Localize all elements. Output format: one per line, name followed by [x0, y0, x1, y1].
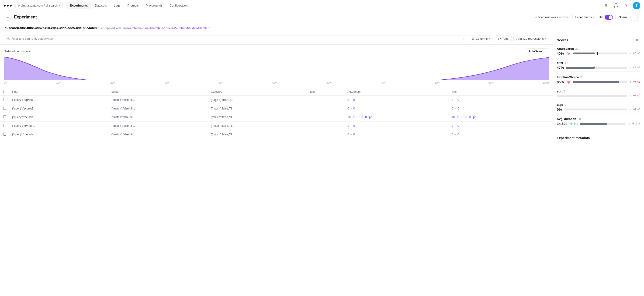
chart-label-60: 60%	[326, 81, 332, 84]
score-divider	[557, 71, 640, 72]
row-checkbox-cell	[0, 113, 9, 122]
scores-settings-button[interactable]: ⚙	[634, 37, 640, 43]
search-input[interactable]	[12, 37, 462, 40]
score-name-row: sort 0	[557, 90, 640, 93]
filter-icon[interactable]: ≡	[628, 122, 630, 125]
score-name-row: AutoSearch 20	[557, 47, 640, 51]
search-box[interactable]: 🔍 ?	[4, 35, 467, 42]
experiment-metadata-title: Experiment metadata	[557, 136, 640, 140]
score-val-row: 47% ≡ ↗2 ↘2	[557, 66, 640, 70]
avg-duration-diff: +9.44s	[570, 122, 578, 125]
avg-duration-item: Avg. duration 20 14.89s +9.44s ≡ ↗5 ↘15	[557, 117, 640, 126]
columns-button[interactable]: ⊞ Columns ▾	[469, 35, 493, 42]
table-row: {"query":"scores[... {"match":false,"fil…	[0, 104, 553, 113]
help-icon-button[interactable]: ?	[622, 2, 630, 9]
compared-experiment-name: ai-search-fine-tune-46ad965d-167c-4a53-b…	[123, 26, 208, 30]
filter-icon[interactable]: ≡	[630, 94, 631, 97]
row-filter[interactable]: 0 → 0	[449, 96, 553, 104]
nav-item-experiments[interactable]: Experiments	[66, 2, 91, 9]
experiments-label: Experiments	[575, 16, 592, 19]
experiment-name-button[interactable]: ai-search-fine-tune-4db2b490-e0e4-4fbb-a…	[5, 26, 99, 30]
up-icon: ↗2	[632, 52, 636, 55]
table-row: {"query":"metada... {"match":false,"fil.…	[0, 130, 553, 139]
score-actions: ≡ ↗0 ↘1	[630, 80, 640, 83]
diff-label: Diff	[599, 16, 603, 19]
row-checkbox-cell	[0, 130, 9, 139]
chevron-down-icon: ▾	[545, 50, 546, 53]
header-checkbox-cell	[0, 88, 9, 96]
chart-metric-select[interactable]: AutoSearch ▾	[526, 48, 549, 54]
score-item-filter: filter 17 47% ≡ ↗2 ↘2	[557, 61, 640, 72]
experiment-name: ai-search-fine-tune-4db2b490-e0e4-4fbb-a…	[5, 26, 96, 30]
score-bar-marker	[622, 81, 622, 83]
row-checkbox[interactable]	[3, 107, 6, 110]
score-bar-container	[557, 95, 627, 97]
tags-button[interactable]: 🏷 Tags	[495, 35, 511, 42]
score-val-row: 0% ≡ ↗0 ↘0	[557, 107, 640, 111]
share-button[interactable]: Share	[615, 14, 630, 20]
avatar[interactable]: T	[633, 2, 640, 9]
chart-label-0: 0%	[4, 81, 8, 84]
back-icon: ←	[6, 16, 9, 19]
table-row: {"query":"id=\"5e... {"match":false,"fil…	[0, 122, 553, 130]
nav-item-configuration[interactable]: Configuration	[166, 2, 191, 9]
row-filter[interactable]: 0 → 0	[449, 104, 553, 113]
row-checkbox[interactable]	[3, 133, 6, 136]
score-bar-container	[564, 109, 627, 110]
row-filter[interactable]: 0 → 0	[449, 130, 553, 139]
branch-hash: e6508ec	[559, 16, 570, 19]
chart-label-40: 40%	[218, 81, 224, 84]
analyze-regressions-button[interactable]: Analyze regressions ▾	[514, 35, 549, 42]
breadcrumb-text: braintrustdata.com / ai-search	[18, 4, 58, 7]
experiments-dropdown-button[interactable]: Experiments ▾	[572, 14, 596, 20]
row-filter[interactable]: 100.0 → 0 -100.0pp	[449, 113, 553, 122]
row-filter[interactable]: 0 → 0	[449, 122, 553, 130]
scores-header: Scores ⚙	[557, 37, 640, 43]
score-name-row: filter 17	[557, 61, 640, 65]
row-checkbox[interactable]	[3, 115, 6, 118]
nav-item-logs[interactable]: Logs	[110, 2, 124, 9]
row-tags	[307, 130, 344, 139]
nav-item-playgrounds[interactable]: Playgrounds	[142, 2, 166, 9]
filter-icon[interactable]: ≡	[630, 66, 631, 69]
row-checkbox[interactable]	[3, 98, 6, 101]
diff-toggle-switch[interactable]	[604, 15, 613, 20]
row-autosearch[interactable]: 0 → 0	[344, 96, 448, 104]
breadcrumb-button[interactable]: braintrustdata.com / ai-search ▾	[16, 3, 63, 9]
score-diff: -5pp	[566, 80, 571, 84]
chart-label-20: 20%	[110, 81, 116, 84]
top-navigation: braintrustdata.com / ai-search ▾ Experim…	[0, 0, 644, 11]
avg-duration-label: Avg. duration	[557, 117, 576, 121]
score-divider	[557, 57, 640, 58]
results-table: input output expected tags AutoSearch fi…	[0, 88, 553, 139]
row-checkbox[interactable]	[3, 124, 6, 127]
compared-with-label: compared with	[101, 26, 121, 30]
row-checkbox-cell	[0, 96, 9, 104]
select-all-checkbox[interactable]	[3, 90, 6, 93]
row-autosearch[interactable]: 0 → 0	[344, 130, 448, 139]
row-autosearch[interactable]: 0 → 0	[344, 104, 448, 113]
nav-item-prompts[interactable]: Prompts	[124, 2, 142, 9]
filter-icon[interactable]: ≡	[630, 108, 631, 111]
filter-icon[interactable]: ≡	[630, 81, 631, 83]
score-count: 17	[565, 61, 568, 65]
score-actions: ≡ ↗2 ↘2	[630, 66, 640, 69]
header-filter: filter	[449, 88, 553, 96]
nav-item-datasets[interactable]: Datasets	[92, 2, 110, 9]
row-autosearch[interactable]: 0 → 0	[344, 122, 448, 130]
score-item-tags: tags 1 0% ≡ ↗0 ↘0	[557, 103, 640, 113]
avg-duration-name-row: Avg. duration 20	[557, 117, 640, 121]
row-tags	[307, 104, 344, 113]
up-count: ↗5	[631, 122, 634, 125]
row-autosearch[interactable]: 100.0 → 0 -100.0pp	[344, 113, 448, 122]
filter-icon[interactable]: ≡	[630, 52, 631, 55]
compared-experiment-button[interactable]: ai-search-fine-tune-46ad965d-167c-4a53-b…	[123, 26, 210, 30]
chat-icon-button[interactable]: 💬	[612, 2, 620, 9]
layout-icon-button[interactable]: ⊞	[602, 2, 610, 9]
help-icon[interactable]: ?	[463, 37, 464, 40]
header-autosearch: AutoSearch	[344, 88, 448, 96]
more-options-button[interactable]: ⋯	[633, 14, 639, 21]
scores-list: AutoSearch 20 40% -5pp ≡ ↗2 ↘3 fi	[557, 47, 640, 117]
columns-label: Columns	[476, 37, 488, 40]
back-button[interactable]: ←	[5, 14, 11, 21]
